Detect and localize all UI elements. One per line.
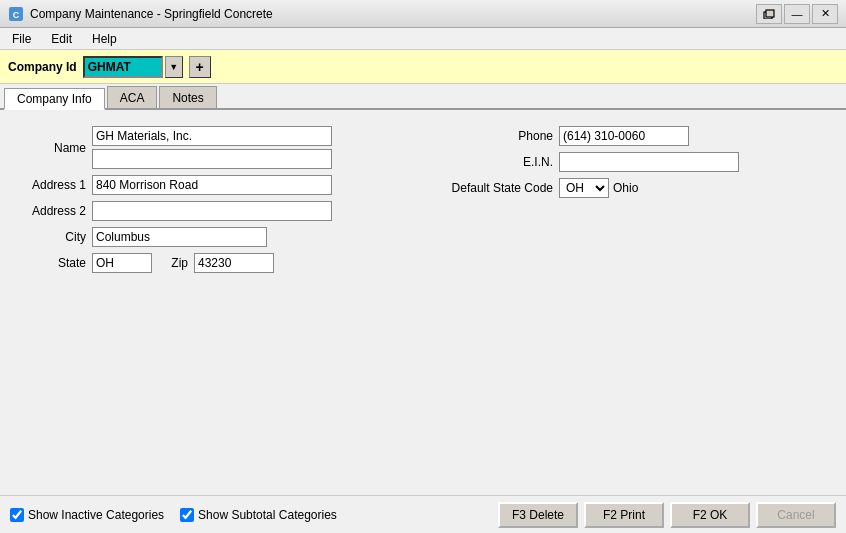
zip-label: Zip xyxy=(158,256,188,270)
app-icon: C xyxy=(8,6,24,22)
show-subtotal-checkbox[interactable] xyxy=(180,508,194,522)
show-inactive-label: Show Inactive Categories xyxy=(28,508,164,522)
window-controls: — ✕ xyxy=(756,4,838,24)
delete-button[interactable]: F3 Delete xyxy=(498,502,578,528)
bottom-right: F3 Delete F2 Print F2 OK Cancel xyxy=(498,502,836,528)
name-input-1[interactable] xyxy=(92,126,332,146)
state-input[interactable] xyxy=(92,253,152,273)
default-state-name: Ohio xyxy=(613,181,638,195)
toolbar: Company Id ▼ + xyxy=(0,50,846,84)
state-code-controls: OH IN KY Ohio xyxy=(559,178,638,198)
default-state-code-label: Default State Code xyxy=(443,181,553,195)
menu-help[interactable]: Help xyxy=(84,30,125,48)
name-input-2[interactable] xyxy=(92,149,332,169)
content-area: Name Address 1 Address 2 City xyxy=(0,110,846,495)
menu-edit[interactable]: Edit xyxy=(43,30,80,48)
phone-label: Phone xyxy=(443,129,553,143)
svg-rect-3 xyxy=(766,10,774,17)
ein-row: E.I.N. xyxy=(443,152,830,172)
close-button[interactable]: ✕ xyxy=(812,4,838,24)
show-inactive-checkbox[interactable] xyxy=(10,508,24,522)
ein-input[interactable] xyxy=(559,152,739,172)
minimize-button[interactable]: — xyxy=(784,4,810,24)
ein-label: E.I.N. xyxy=(443,155,553,169)
menu-bar: File Edit Help xyxy=(0,28,846,50)
cancel-button[interactable]: Cancel xyxy=(756,502,836,528)
default-state-code-select[interactable]: OH IN KY xyxy=(559,178,609,198)
left-column: Name Address 1 Address 2 City xyxy=(16,126,403,273)
phone-row: Phone xyxy=(443,126,830,146)
title-bar: C Company Maintenance - Springfield Conc… xyxy=(0,0,846,28)
tab-strip: Company Info ACA Notes xyxy=(0,84,846,110)
bottom-left: Show Inactive Categories Show Subtotal C… xyxy=(10,508,337,522)
add-company-button[interactable]: + xyxy=(189,56,211,78)
window-title: Company Maintenance - Springfield Concre… xyxy=(30,7,273,21)
company-id-dropdown[interactable]: ▼ xyxy=(165,56,183,78)
show-subtotal-label: Show Subtotal Categories xyxy=(198,508,337,522)
tab-company-info[interactable]: Company Info xyxy=(4,88,105,110)
name-inputs xyxy=(92,126,332,169)
address2-input[interactable] xyxy=(92,201,332,221)
state-zip-row: State Zip xyxy=(16,253,403,273)
company-id-wrapper: ▼ xyxy=(83,56,183,78)
address2-row: Address 2 xyxy=(16,201,403,221)
ok-button[interactable]: F2 OK xyxy=(670,502,750,528)
tab-aca[interactable]: ACA xyxy=(107,86,158,108)
address2-label: Address 2 xyxy=(16,204,86,218)
show-inactive-row: Show Inactive Categories xyxy=(10,508,164,522)
state-label: State xyxy=(16,256,86,270)
address1-row: Address 1 xyxy=(16,175,403,195)
company-id-label: Company Id xyxy=(8,60,77,74)
default-state-code-row: Default State Code OH IN KY Ohio xyxy=(443,178,830,198)
menu-file[interactable]: File xyxy=(4,30,39,48)
city-row: City xyxy=(16,227,403,247)
phone-input[interactable] xyxy=(559,126,689,146)
svg-text:C: C xyxy=(13,10,20,20)
bottom-bar: Show Inactive Categories Show Subtotal C… xyxy=(0,495,846,533)
print-button[interactable]: F2 Print xyxy=(584,502,664,528)
company-id-input[interactable] xyxy=(83,56,163,78)
restore-button[interactable] xyxy=(756,4,782,24)
address1-input[interactable] xyxy=(92,175,332,195)
right-column: Phone E.I.N. Default State Code OH IN KY… xyxy=(443,126,830,273)
city-input[interactable] xyxy=(92,227,267,247)
name-label: Name xyxy=(16,141,86,155)
address1-label: Address 1 xyxy=(16,178,86,192)
tab-notes[interactable]: Notes xyxy=(159,86,216,108)
city-label: City xyxy=(16,230,86,244)
name-row: Name xyxy=(16,126,403,169)
show-subtotal-row: Show Subtotal Categories xyxy=(180,508,337,522)
zip-input[interactable] xyxy=(194,253,274,273)
form-grid: Name Address 1 Address 2 City xyxy=(16,126,830,273)
